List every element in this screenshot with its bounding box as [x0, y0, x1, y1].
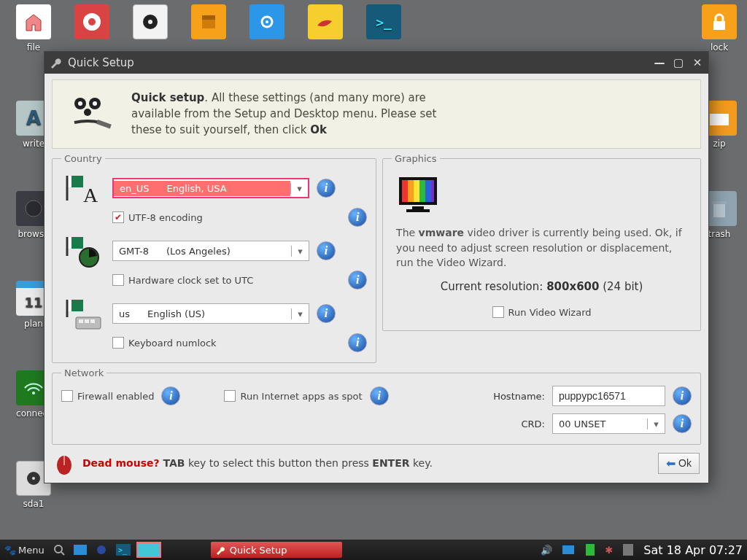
- country-legend: Country: [61, 153, 105, 164]
- desktop-icon-package[interactable]: [182, 4, 235, 42]
- intro-panel: Quick setup. All these settings (and man…: [52, 79, 701, 149]
- country-fieldset: Country A en_USEnglish, USA ▾ i ✔UTF-8 e…: [52, 153, 376, 363]
- svg-rect-6: [202, 15, 215, 20]
- tray-volume-icon[interactable]: 🔊: [538, 542, 555, 558]
- desktop-icon-lock[interactable]: lock: [693, 4, 746, 52]
- desktop-icon-setup[interactable]: [241, 4, 293, 42]
- chevron-down-icon[interactable]: ▾: [291, 308, 309, 319]
- svg-rect-43: [419, 180, 425, 202]
- taskbar-task-quicksetup[interactable]: Quick Setup: [211, 542, 342, 558]
- close-button[interactable]: ✕: [691, 56, 704, 69]
- video-wizard-checkbox[interactable]: Run Video Wizard: [492, 306, 592, 318]
- svg-rect-42: [414, 180, 419, 202]
- svg-rect-59: [623, 544, 633, 556]
- intro-ok: Ok: [310, 123, 327, 136]
- task-browser[interactable]: [93, 542, 110, 558]
- info-button[interactable]: i: [348, 333, 367, 352]
- ok-button[interactable]: ⬅ Ok: [658, 453, 700, 474]
- crd-label: CRD:: [522, 419, 546, 429]
- spot-checkbox[interactable]: Run Internet apps as spot: [224, 390, 362, 402]
- show-desktop-button[interactable]: [71, 542, 90, 558]
- svg-rect-22: [96, 120, 112, 128]
- monitor-icon: [392, 171, 692, 218]
- chevron-down-icon[interactable]: ▾: [647, 419, 665, 429]
- info-button[interactable]: i: [317, 304, 336, 323]
- svg-rect-40: [402, 180, 408, 202]
- keyboard-select[interactable]: usEnglish (US) ▾: [112, 303, 309, 324]
- desktop-icon-help[interactable]: [66, 4, 118, 42]
- svg-rect-5: [202, 18, 215, 28]
- svg-rect-38: [90, 319, 95, 323]
- svg-rect-37: [85, 319, 89, 323]
- taskbar-clock[interactable]: Sat 18 Apr 07:27: [640, 543, 746, 557]
- tray-shield-icon[interactable]: ✱: [602, 542, 616, 558]
- svg-point-50: [55, 545, 62, 553]
- svg-rect-36: [79, 319, 83, 323]
- desktop-label: file: [27, 42, 40, 52]
- info-button[interactable]: i: [673, 414, 692, 433]
- svg-rect-14: [710, 114, 729, 125]
- svg-rect-44: [425, 180, 431, 202]
- graphics-fieldset: Graphics The vmware video driver is curr…: [382, 153, 701, 331]
- svg-point-19: [78, 101, 82, 106]
- svg-point-2: [88, 18, 96, 26]
- titlebar[interactable]: Quick Setup — ▢ ✕: [44, 52, 708, 74]
- timezone-select[interactable]: GMT-8(Los Angeles) ▾: [112, 241, 309, 261]
- network-legend: Network: [61, 368, 107, 378]
- mouse-icon: [53, 451, 75, 475]
- tray-battery-icon[interactable]: [560, 542, 578, 558]
- info-button[interactable]: i: [348, 271, 367, 289]
- svg-point-11: [32, 392, 35, 394]
- info-button[interactable]: i: [317, 179, 336, 198]
- network-fieldset: Network Firewall enabled i Run Internet …: [52, 368, 701, 445]
- svg-rect-58: [586, 544, 595, 556]
- svg-point-20: [93, 101, 97, 106]
- desktop-label: lock: [711, 42, 728, 52]
- chevron-down-icon[interactable]: ▾: [291, 246, 309, 257]
- mouse-hint: Dead mouse? TAB key to select this butto…: [82, 457, 433, 469]
- crd-select[interactable]: 00 UNSET ▾: [552, 413, 665, 434]
- info-button[interactable]: i: [673, 386, 692, 405]
- intro-prefix: Quick setup: [131, 91, 204, 104]
- wrench-icon: [49, 56, 62, 69]
- svg-rect-47: [406, 209, 430, 212]
- locale-select[interactable]: en_USEnglish, USA ▾: [112, 178, 309, 198]
- hwclock-checkbox[interactable]: Hardware clock set to UTC: [112, 274, 253, 286]
- numlock-checkbox[interactable]: Keyboard numlock: [112, 337, 217, 349]
- mascot-icon: [66, 90, 117, 134]
- desktop-icon-lamp[interactable]: [299, 4, 352, 42]
- firewall-checkbox[interactable]: Firewall enabled: [61, 390, 154, 402]
- dialog-footer: Dead mouse? TAB key to select this butto…: [52, 445, 701, 475]
- minimize-button[interactable]: —: [653, 56, 666, 69]
- desktop-icon-disk[interactable]: [124, 4, 177, 42]
- svg-marker-0: [26, 15, 41, 31]
- window-title: Quick Setup: [68, 56, 134, 69]
- svg-rect-56: [138, 543, 160, 556]
- chevron-down-icon[interactable]: ▾: [290, 183, 308, 194]
- svg-point-4: [148, 20, 152, 24]
- locale-icon: A: [61, 171, 105, 205]
- svg-rect-45: [431, 180, 434, 202]
- taskbar: 🐾 Menu >_ Quick Setup 🔊 ✱ Sat 18 Apr 07:…: [0, 540, 747, 560]
- tray-clipboard-icon[interactable]: [620, 542, 636, 558]
- svg-rect-57: [562, 545, 574, 554]
- paw-icon: 🐾: [4, 545, 16, 556]
- tray-disk-icon[interactable]: [583, 542, 597, 558]
- desktop-icon-file[interactable]: file: [7, 4, 60, 52]
- utf8-checkbox[interactable]: ✔UTF-8 encoding: [112, 211, 203, 223]
- task-active-window[interactable]: [136, 542, 161, 558]
- info-button[interactable]: i: [317, 241, 336, 260]
- hostname-label: Hostname:: [493, 391, 545, 402]
- desktop-icon-terminal[interactable]: >_: [357, 4, 410, 42]
- search-button[interactable]: [50, 542, 68, 558]
- svg-rect-52: [74, 545, 87, 555]
- info-button[interactable]: i: [370, 386, 389, 405]
- maximize-button[interactable]: ▢: [672, 56, 685, 69]
- svg-point-10: [26, 201, 42, 217]
- task-terminal[interactable]: >_: [113, 542, 133, 558]
- menu-button[interactable]: 🐾 Menu: [1, 542, 47, 558]
- info-button[interactable]: i: [348, 208, 367, 227]
- timezone-icon: [61, 234, 105, 268]
- info-button[interactable]: i: [161, 386, 180, 405]
- hostname-input[interactable]: [552, 386, 665, 406]
